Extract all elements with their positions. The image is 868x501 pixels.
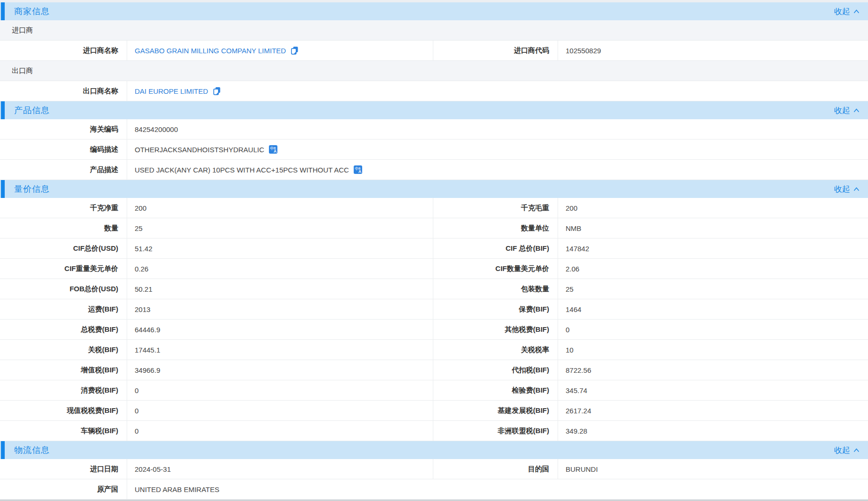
hs-code-label: 海关编码 bbox=[0, 119, 127, 139]
product-section-header: 产品信息 收起 bbox=[0, 101, 868, 119]
importer-code-label: 进口商代码 bbox=[433, 41, 558, 60]
collapse-button[interactable]: 收起 bbox=[834, 6, 860, 17]
insurance-value: 1464 bbox=[558, 299, 868, 319]
vehicle-tax-label: 车辆税(BIF) bbox=[0, 421, 127, 441]
destination-country-label: 目的国 bbox=[433, 459, 558, 479]
other-tax-label: 其他税费(BIF) bbox=[433, 320, 558, 339]
importer-name-label: 进口商名称 bbox=[0, 41, 127, 60]
table-row: 总税费(BIF) 64446.9 其他税费(BIF) 0 bbox=[0, 320, 868, 340]
consumption-tax-value: 0 bbox=[127, 380, 433, 400]
package-qty-value: 25 bbox=[558, 279, 868, 299]
vat-label: 增值税(BIF) bbox=[0, 360, 127, 380]
cif-bif-value: 147842 bbox=[558, 238, 868, 258]
destination-country-value: BURUNDI bbox=[558, 459, 868, 479]
freight-value: 2013 bbox=[127, 299, 433, 319]
importer-code-value: 102550829 bbox=[558, 41, 868, 60]
hs-code-value: 84254200000 bbox=[127, 119, 868, 139]
table-row: 现值税税费(BIF) 0 基建发展税(BIF) 2617.24 bbox=[0, 401, 868, 421]
section-title: 物流信息 bbox=[14, 444, 50, 456]
copy-icon[interactable] bbox=[291, 46, 299, 55]
collapse-button[interactable]: 收起 bbox=[834, 184, 860, 195]
withholding-tax-value: 8722.56 bbox=[558, 360, 868, 380]
cif-weight-unit-price-label: CIF重量美元单价 bbox=[0, 259, 127, 279]
table-row: 原产国 UNITED ARAB EMIRATES bbox=[0, 479, 868, 500]
import-date-value: 2024-05-31 bbox=[127, 459, 433, 479]
total-tax-value: 64446.9 bbox=[127, 320, 433, 339]
product-desc-value: USED JACK(ANY CAR) 10PCS WITH ACC+15PCS … bbox=[135, 166, 349, 174]
table-row: 编码描述 OTHERJACKSANDHOISTSHYDRAULIC 中 A bbox=[0, 140, 868, 160]
duty-rate-value: 10 bbox=[558, 340, 868, 360]
chevron-up-icon bbox=[853, 108, 860, 113]
table-row: 关税(BIF) 17445.1 关税税率 10 bbox=[0, 340, 868, 360]
chevron-up-icon bbox=[853, 448, 860, 452]
code-desc-value: OTHERJACKSANDHOISTSHYDRAULIC bbox=[135, 146, 264, 154]
table-row: FOB总价(USD) 50.21 包装数量 25 bbox=[0, 279, 868, 299]
importer-name-link[interactable]: GASABO GRAIN MILLING COMPANY LIMITED bbox=[135, 47, 286, 55]
merchant-section-header: 商家信息 收起 bbox=[0, 2, 868, 20]
fob-usd-value: 50.21 bbox=[127, 279, 433, 299]
present-value-tax-label: 现值税税费(BIF) bbox=[0, 401, 127, 420]
total-tax-label: 总税费(BIF) bbox=[0, 320, 127, 339]
consumption-tax-label: 消费税(BIF) bbox=[0, 380, 127, 400]
table-row: CIF重量美元单价 0.26 CIF数量美元单价 2.06 bbox=[0, 259, 868, 279]
gross-weight-value: 200 bbox=[558, 198, 868, 218]
gross-weight-label: 千克毛重 bbox=[433, 198, 558, 218]
package-qty-label: 包装数量 bbox=[433, 279, 558, 299]
cif-qty-unit-price-label: CIF数量美元单价 bbox=[433, 259, 558, 279]
exporter-name-link[interactable]: DAI EUROPE LIMITED bbox=[135, 87, 208, 95]
cif-usd-label: CIF总价(USD) bbox=[0, 238, 127, 258]
table-row: 出口商名称 DAI EUROPE LIMITED bbox=[0, 81, 868, 101]
section-title: 产品信息 bbox=[14, 105, 50, 116]
translate-icon[interactable]: 中 A bbox=[354, 165, 362, 174]
collapse-label: 收起 bbox=[834, 445, 850, 456]
table-row: 增值税(BIF) 34966.9 代扣税(BIF) 8722.56 bbox=[0, 360, 868, 380]
collapse-label: 收起 bbox=[834, 6, 850, 17]
importer-group-row: 进口商 bbox=[0, 20, 868, 41]
african-union-tax-value: 349.28 bbox=[558, 421, 868, 441]
trade-record-page: 商家信息 收起 进口商 进口商名称 GASABO GRAIN MILLING C… bbox=[0, 0, 868, 501]
net-weight-label: 千克净重 bbox=[0, 198, 127, 218]
product-desc-label: 产品描述 bbox=[0, 160, 127, 180]
customs-duty-value: 17445.1 bbox=[127, 340, 433, 360]
quantity-label: 数量 bbox=[0, 218, 127, 238]
fob-usd-label: FOB总价(USD) bbox=[0, 279, 127, 299]
quantity-price-section-header: 量价信息 收起 bbox=[0, 180, 868, 198]
importer-group-label: 进口商 bbox=[12, 26, 33, 35]
collapse-label: 收起 bbox=[834, 184, 850, 195]
section-accent-bar bbox=[1, 2, 5, 20]
table-row: 产品描述 USED JACK(ANY CAR) 10PCS WITH ACC+1… bbox=[0, 160, 868, 180]
exporter-name-label: 出口商名称 bbox=[0, 81, 127, 101]
chevron-up-icon bbox=[853, 9, 860, 14]
customs-duty-label: 关税(BIF) bbox=[0, 340, 127, 360]
collapse-button[interactable]: 收起 bbox=[834, 105, 860, 116]
logistics-section-header: 物流信息 收起 bbox=[0, 441, 868, 459]
exporter-group-row: 出口商 bbox=[0, 61, 868, 81]
inspection-fee-label: 检验费(BIF) bbox=[433, 380, 558, 400]
quantity-value: 25 bbox=[127, 218, 433, 238]
origin-country-value: UNITED ARAB EMIRATES bbox=[127, 479, 868, 499]
table-row: 消费税(BIF) 0 检验费(BIF) 345.74 bbox=[0, 380, 868, 401]
section-title: 商家信息 bbox=[14, 6, 50, 17]
section-title: 量价信息 bbox=[14, 183, 50, 195]
insurance-label: 保费(BIF) bbox=[433, 299, 558, 319]
import-date-label: 进口日期 bbox=[0, 459, 127, 479]
exporter-group-label: 出口商 bbox=[12, 66, 33, 75]
cif-qty-unit-price-value: 2.06 bbox=[558, 259, 868, 279]
table-row: 进口日期 2024-05-31 目的国 BURUNDI bbox=[0, 459, 868, 479]
cif-usd-value: 51.42 bbox=[127, 238, 433, 258]
translate-icon[interactable]: 中 A bbox=[269, 145, 277, 154]
african-union-tax-label: 非洲联盟税(BIF) bbox=[433, 421, 558, 441]
infrastructure-tax-value: 2617.24 bbox=[558, 401, 868, 420]
table-row: CIF总价(USD) 51.42 CIF 总价(BIF) 147842 bbox=[0, 238, 868, 259]
infrastructure-tax-label: 基建发展税(BIF) bbox=[433, 401, 558, 420]
copy-icon[interactable] bbox=[213, 87, 221, 95]
table-row: 进口商名称 GASABO GRAIN MILLING COMPANY LIMIT… bbox=[0, 41, 868, 61]
freight-label: 运费(BIF) bbox=[0, 299, 127, 319]
section-accent-bar bbox=[1, 180, 5, 198]
table-row: 海关编码 84254200000 bbox=[0, 119, 868, 140]
section-accent-bar bbox=[1, 441, 5, 459]
net-weight-value: 200 bbox=[127, 198, 433, 218]
chevron-up-icon bbox=[853, 187, 860, 191]
collapse-button[interactable]: 收起 bbox=[834, 445, 860, 456]
section-accent-bar bbox=[1, 101, 5, 119]
